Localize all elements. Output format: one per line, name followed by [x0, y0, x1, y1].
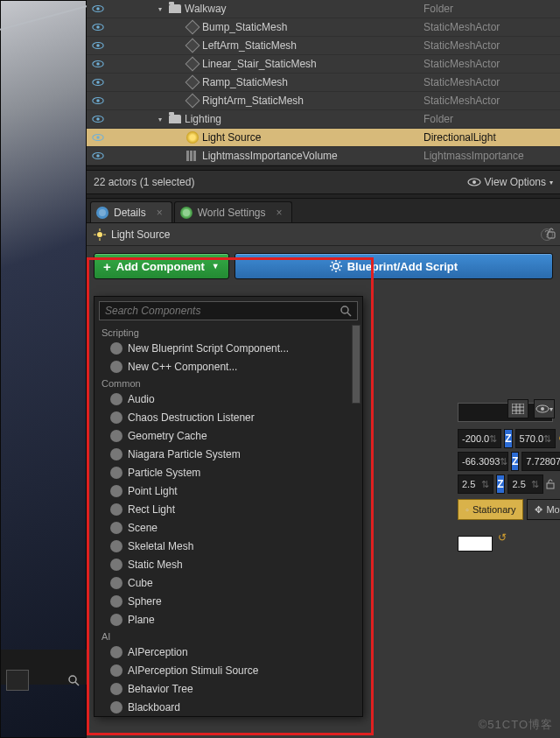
- outliner-item-type: StaticMeshActor: [420, 21, 560, 33]
- reset-icon[interactable]: ↺: [498, 531, 507, 544]
- outliner-row[interactable]: ▾WalkwayFolder: [87, 0, 560, 18]
- outliner-row[interactable]: Linear_Stair_StaticMeshStaticMeshActor: [87, 55, 560, 74]
- component-item-label: Blackboard: [128, 701, 180, 713]
- outliner-item-type: StaticMeshActor: [420, 76, 560, 88]
- component-menu-item[interactable]: AIPerception Stimuli Source: [94, 661, 362, 679]
- mobility-row: ◦ Stationary ✥ Movable: [452, 496, 560, 524]
- static-mesh-icon: [186, 75, 200, 89]
- viewport-mode-button[interactable]: [6, 670, 29, 691]
- magnifier-icon: [96, 207, 108, 219]
- folder-icon: [168, 2, 182, 16]
- mobility-movable-button[interactable]: ✥ Movable: [527, 499, 560, 520]
- add-component-button[interactable]: + Add Component ▼: [94, 253, 229, 279]
- chevron-down-icon: ▼: [212, 262, 220, 271]
- component-item-label: Geometry Cache: [128, 430, 207, 442]
- svg-point-3: [96, 7, 100, 11]
- actor-name-label: Light Source: [111, 228, 170, 241]
- svg-rect-39: [512, 404, 524, 414]
- component-item-label: Static Mesh: [128, 559, 183, 571]
- component-menu-item[interactable]: Sphere: [94, 592, 362, 610]
- axis-z-label: Z: [496, 474, 506, 494]
- visibility-eye-icon[interactable]: [92, 151, 108, 160]
- visibility-eye-icon[interactable]: [92, 23, 108, 32]
- visibility-eye-icon[interactable]: [92, 4, 108, 13]
- outliner-item-label: Bump_StaticMesh: [202, 21, 420, 33]
- component-menu-item[interactable]: Behavior Tree: [94, 679, 362, 698]
- outliner-item-type: LightmassImportance: [420, 150, 560, 162]
- transform-value-field[interactable]: 2.5⇅: [458, 474, 494, 494]
- component-item-label: Sphere: [128, 595, 162, 608]
- chevron-down-icon: ▾: [550, 179, 553, 186]
- view-options-button[interactable]: View Options ▾: [467, 176, 553, 188]
- add-component-dropdown: ScriptingNew Blueprint Script Component.…: [94, 296, 363, 717]
- component-search-field[interactable]: [99, 301, 358, 320]
- outliner-row[interactable]: Light SourceDirectionalLight: [87, 129, 560, 147]
- component-menu-item[interactable]: Blackboard: [94, 698, 362, 716]
- transform-value-field[interactable]: 2.5⇅: [508, 474, 543, 494]
- search-icon[interactable]: [66, 673, 80, 687]
- light-color-swatch[interactable]: [458, 536, 493, 552]
- visibility-eye-icon[interactable]: [92, 41, 108, 50]
- component-menu-item[interactable]: Audio: [94, 390, 362, 408]
- svg-line-1: [75, 682, 79, 685]
- component-menu-item[interactable]: AIPerception: [94, 643, 362, 661]
- viewport-3d[interactable]: [0, 0, 87, 738]
- tab-world-settings[interactable]: World Settings ×: [174, 201, 292, 222]
- transform-value-field[interactable]: -200.0⇅: [458, 429, 501, 448]
- svg-line-34: [339, 270, 340, 271]
- static-mesh-icon: [186, 57, 200, 71]
- component-item-icon: [110, 485, 122, 497]
- volume-icon: [186, 149, 200, 163]
- component-menu-item[interactable]: Rect Light: [94, 500, 362, 518]
- outliner-row[interactable]: Bump_StaticMeshStaticMeshActor: [87, 18, 560, 37]
- axis-z-label: Z: [504, 429, 512, 448]
- transform-value-field[interactable]: -66.3093⇅: [458, 452, 508, 471]
- component-menu-item[interactable]: New Blueprint Script Component...: [94, 339, 362, 357]
- visibility-eye-icon[interactable]: [92, 115, 108, 123]
- static-mesh-icon: [186, 20, 200, 34]
- scrollbar-thumb[interactable]: [352, 325, 360, 404]
- svg-point-13: [96, 99, 100, 102]
- outliner-item-label: Walkway: [185, 3, 420, 15]
- visibility-eye-icon[interactable]: [92, 78, 108, 87]
- lock-icon[interactable]: [546, 479, 555, 489]
- visibility-eye-icon[interactable]: [92, 96, 108, 105]
- outliner-row[interactable]: ▾LightingFolder: [87, 110, 560, 129]
- outliner-row[interactable]: LeftArm_StaticMeshStaticMeshActor: [87, 37, 560, 55]
- svg-point-15: [96, 117, 100, 121]
- close-icon[interactable]: ×: [276, 207, 283, 219]
- svg-line-33: [332, 262, 333, 264]
- component-menu-item[interactable]: Static Mesh: [94, 555, 362, 573]
- component-menu-item[interactable]: Plane: [94, 610, 362, 629]
- component-menu-item[interactable]: Geometry Cache: [94, 426, 362, 445]
- component-search-input[interactable]: [100, 305, 340, 317]
- component-item-icon: [110, 522, 122, 534]
- component-menu-item[interactable]: Particle System: [94, 463, 362, 481]
- component-menu-item[interactable]: Niagara Particle System: [94, 445, 362, 463]
- transform-value-field[interactable]: 570.0⇅: [515, 429, 556, 448]
- expand-arrow-icon[interactable]: ▾: [158, 5, 167, 13]
- component-menu-item[interactable]: Point Light: [94, 481, 362, 500]
- component-menu-item[interactable]: Skeletal Mesh: [94, 537, 362, 555]
- transform-value-field[interactable]: 7.728075⇅: [522, 452, 560, 471]
- outliner-footer: 22 actors (1 selected) View Options ▾: [87, 171, 560, 193]
- tab-details[interactable]: Details ×: [90, 201, 172, 222]
- eye-dropdown-button[interactable]: ▾: [534, 399, 555, 418]
- outliner-row[interactable]: LightmassImportanceVolumeLightmassImport…: [87, 147, 560, 165]
- outliner-item-type: Folder: [420, 3, 560, 15]
- component-menu-item[interactable]: Scene: [94, 518, 362, 537]
- lock-icon[interactable]: [546, 227, 556, 239]
- visibility-eye-icon[interactable]: [92, 133, 108, 142]
- component-menu-item[interactable]: Cube: [94, 573, 362, 592]
- property-matrix-button[interactable]: [508, 399, 528, 418]
- outliner-row[interactable]: Ramp_StaticMeshStaticMeshActor: [87, 74, 560, 92]
- mobility-stationary-button[interactable]: ◦ Stationary: [458, 499, 523, 520]
- component-menu-item[interactable]: Chaos Destruction Listener: [94, 408, 362, 426]
- visibility-eye-icon[interactable]: [92, 60, 108, 68]
- component-item-icon: [110, 701, 122, 713]
- outliner-row[interactable]: RightArm_StaticMeshStaticMeshActor: [87, 92, 560, 110]
- component-category-label: Common: [94, 376, 362, 390]
- component-menu-item[interactable]: New C++ Component...: [94, 357, 362, 376]
- expand-arrow-icon[interactable]: ▾: [158, 116, 167, 123]
- close-icon[interactable]: ×: [157, 207, 163, 219]
